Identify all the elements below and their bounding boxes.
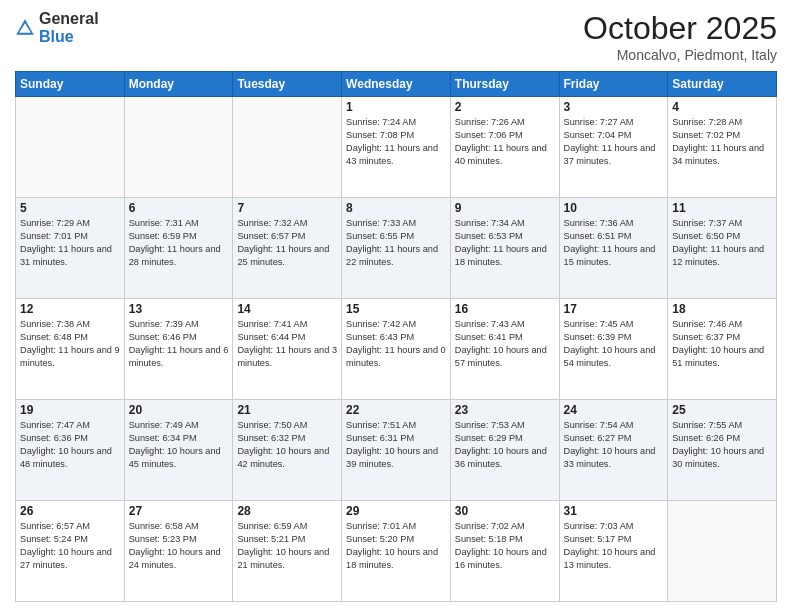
calendar-cell: [233, 97, 342, 198]
calendar-cell: 12Sunrise: 7:38 AMSunset: 6:48 PMDayligh…: [16, 299, 125, 400]
day-info: Sunrise: 6:59 AMSunset: 5:21 PMDaylight:…: [237, 520, 337, 572]
calendar-cell: 4Sunrise: 7:28 AMSunset: 7:02 PMDaylight…: [668, 97, 777, 198]
logo-blue-text: Blue: [39, 28, 74, 45]
day-number: 3: [564, 100, 664, 114]
week-row-5: 26Sunrise: 6:57 AMSunset: 5:24 PMDayligh…: [16, 501, 777, 602]
day-number: 10: [564, 201, 664, 215]
day-number: 21: [237, 403, 337, 417]
day-info: Sunrise: 7:39 AMSunset: 6:46 PMDaylight:…: [129, 318, 229, 370]
calendar-cell: 30Sunrise: 7:02 AMSunset: 5:18 PMDayligh…: [450, 501, 559, 602]
calendar-cell: 5Sunrise: 7:29 AMSunset: 7:01 PMDaylight…: [16, 198, 125, 299]
day-number: 12: [20, 302, 120, 316]
day-info: Sunrise: 7:24 AMSunset: 7:08 PMDaylight:…: [346, 116, 446, 168]
header: General Blue October 2025 Moncalvo, Pied…: [15, 10, 777, 63]
calendar-cell: 8Sunrise: 7:33 AMSunset: 6:55 PMDaylight…: [342, 198, 451, 299]
day-header-monday: Monday: [124, 72, 233, 97]
day-info: Sunrise: 6:58 AMSunset: 5:23 PMDaylight:…: [129, 520, 229, 572]
calendar-cell: 9Sunrise: 7:34 AMSunset: 6:53 PMDaylight…: [450, 198, 559, 299]
day-info: Sunrise: 7:47 AMSunset: 6:36 PMDaylight:…: [20, 419, 120, 471]
calendar-page: General Blue October 2025 Moncalvo, Pied…: [0, 0, 792, 612]
day-info: Sunrise: 7:55 AMSunset: 6:26 PMDaylight:…: [672, 419, 772, 471]
calendar-subtitle: Moncalvo, Piedmont, Italy: [583, 47, 777, 63]
calendar-cell: 6Sunrise: 7:31 AMSunset: 6:59 PMDaylight…: [124, 198, 233, 299]
calendar-cell: 26Sunrise: 6:57 AMSunset: 5:24 PMDayligh…: [16, 501, 125, 602]
day-info: Sunrise: 7:32 AMSunset: 6:57 PMDaylight:…: [237, 217, 337, 269]
day-info: Sunrise: 7:42 AMSunset: 6:43 PMDaylight:…: [346, 318, 446, 370]
week-row-2: 5Sunrise: 7:29 AMSunset: 7:01 PMDaylight…: [16, 198, 777, 299]
day-header-thursday: Thursday: [450, 72, 559, 97]
day-number: 4: [672, 100, 772, 114]
day-number: 26: [20, 504, 120, 518]
day-info: Sunrise: 7:53 AMSunset: 6:29 PMDaylight:…: [455, 419, 555, 471]
calendar-cell: [668, 501, 777, 602]
calendar-cell: 28Sunrise: 6:59 AMSunset: 5:21 PMDayligh…: [233, 501, 342, 602]
day-number: 19: [20, 403, 120, 417]
day-number: 18: [672, 302, 772, 316]
day-info: Sunrise: 7:03 AMSunset: 5:17 PMDaylight:…: [564, 520, 664, 572]
day-info: Sunrise: 7:54 AMSunset: 6:27 PMDaylight:…: [564, 419, 664, 471]
day-number: 9: [455, 201, 555, 215]
calendar-cell: 22Sunrise: 7:51 AMSunset: 6:31 PMDayligh…: [342, 400, 451, 501]
calendar-table: SundayMondayTuesdayWednesdayThursdayFrid…: [15, 71, 777, 602]
calendar-header-row: SundayMondayTuesdayWednesdayThursdayFrid…: [16, 72, 777, 97]
day-info: Sunrise: 7:34 AMSunset: 6:53 PMDaylight:…: [455, 217, 555, 269]
calendar-cell: [124, 97, 233, 198]
day-info: Sunrise: 7:37 AMSunset: 6:50 PMDaylight:…: [672, 217, 772, 269]
calendar-cell: 29Sunrise: 7:01 AMSunset: 5:20 PMDayligh…: [342, 501, 451, 602]
day-number: 16: [455, 302, 555, 316]
calendar-cell: 27Sunrise: 6:58 AMSunset: 5:23 PMDayligh…: [124, 501, 233, 602]
calendar-cell: 13Sunrise: 7:39 AMSunset: 6:46 PMDayligh…: [124, 299, 233, 400]
day-number: 6: [129, 201, 229, 215]
day-info: Sunrise: 7:01 AMSunset: 5:20 PMDaylight:…: [346, 520, 446, 572]
day-number: 8: [346, 201, 446, 215]
calendar-cell: 10Sunrise: 7:36 AMSunset: 6:51 PMDayligh…: [559, 198, 668, 299]
day-number: 14: [237, 302, 337, 316]
calendar-cell: 2Sunrise: 7:26 AMSunset: 7:06 PMDaylight…: [450, 97, 559, 198]
day-number: 31: [564, 504, 664, 518]
day-number: 11: [672, 201, 772, 215]
title-block: October 2025 Moncalvo, Piedmont, Italy: [583, 10, 777, 63]
day-number: 30: [455, 504, 555, 518]
day-number: 22: [346, 403, 446, 417]
day-number: 15: [346, 302, 446, 316]
day-info: Sunrise: 7:33 AMSunset: 6:55 PMDaylight:…: [346, 217, 446, 269]
calendar-cell: 25Sunrise: 7:55 AMSunset: 6:26 PMDayligh…: [668, 400, 777, 501]
week-row-4: 19Sunrise: 7:47 AMSunset: 6:36 PMDayligh…: [16, 400, 777, 501]
calendar-title: October 2025: [583, 10, 777, 47]
day-number: 7: [237, 201, 337, 215]
week-row-1: 1Sunrise: 7:24 AMSunset: 7:08 PMDaylight…: [16, 97, 777, 198]
day-info: Sunrise: 7:26 AMSunset: 7:06 PMDaylight:…: [455, 116, 555, 168]
day-number: 29: [346, 504, 446, 518]
calendar-cell: 19Sunrise: 7:47 AMSunset: 6:36 PMDayligh…: [16, 400, 125, 501]
day-number: 1: [346, 100, 446, 114]
calendar-cell: 11Sunrise: 7:37 AMSunset: 6:50 PMDayligh…: [668, 198, 777, 299]
day-number: 17: [564, 302, 664, 316]
calendar-cell: 16Sunrise: 7:43 AMSunset: 6:41 PMDayligh…: [450, 299, 559, 400]
calendar-cell: [16, 97, 125, 198]
day-info: Sunrise: 7:31 AMSunset: 6:59 PMDaylight:…: [129, 217, 229, 269]
calendar-cell: 14Sunrise: 7:41 AMSunset: 6:44 PMDayligh…: [233, 299, 342, 400]
calendar-cell: 24Sunrise: 7:54 AMSunset: 6:27 PMDayligh…: [559, 400, 668, 501]
calendar-cell: 18Sunrise: 7:46 AMSunset: 6:37 PMDayligh…: [668, 299, 777, 400]
calendar-cell: 21Sunrise: 7:50 AMSunset: 6:32 PMDayligh…: [233, 400, 342, 501]
day-number: 5: [20, 201, 120, 215]
logo: General Blue: [15, 10, 99, 46]
day-info: Sunrise: 7:02 AMSunset: 5:18 PMDaylight:…: [455, 520, 555, 572]
calendar-cell: 15Sunrise: 7:42 AMSunset: 6:43 PMDayligh…: [342, 299, 451, 400]
day-info: Sunrise: 7:46 AMSunset: 6:37 PMDaylight:…: [672, 318, 772, 370]
day-header-friday: Friday: [559, 72, 668, 97]
day-info: Sunrise: 7:29 AMSunset: 7:01 PMDaylight:…: [20, 217, 120, 269]
day-number: 20: [129, 403, 229, 417]
day-info: Sunrise: 7:45 AMSunset: 6:39 PMDaylight:…: [564, 318, 664, 370]
day-info: Sunrise: 7:51 AMSunset: 6:31 PMDaylight:…: [346, 419, 446, 471]
day-number: 25: [672, 403, 772, 417]
day-info: Sunrise: 7:28 AMSunset: 7:02 PMDaylight:…: [672, 116, 772, 168]
day-number: 23: [455, 403, 555, 417]
day-info: Sunrise: 7:36 AMSunset: 6:51 PMDaylight:…: [564, 217, 664, 269]
day-number: 13: [129, 302, 229, 316]
calendar-cell: 17Sunrise: 7:45 AMSunset: 6:39 PMDayligh…: [559, 299, 668, 400]
calendar-cell: 31Sunrise: 7:03 AMSunset: 5:17 PMDayligh…: [559, 501, 668, 602]
week-row-3: 12Sunrise: 7:38 AMSunset: 6:48 PMDayligh…: [16, 299, 777, 400]
logo-icon: [15, 18, 35, 38]
calendar-cell: 3Sunrise: 7:27 AMSunset: 7:04 PMDaylight…: [559, 97, 668, 198]
